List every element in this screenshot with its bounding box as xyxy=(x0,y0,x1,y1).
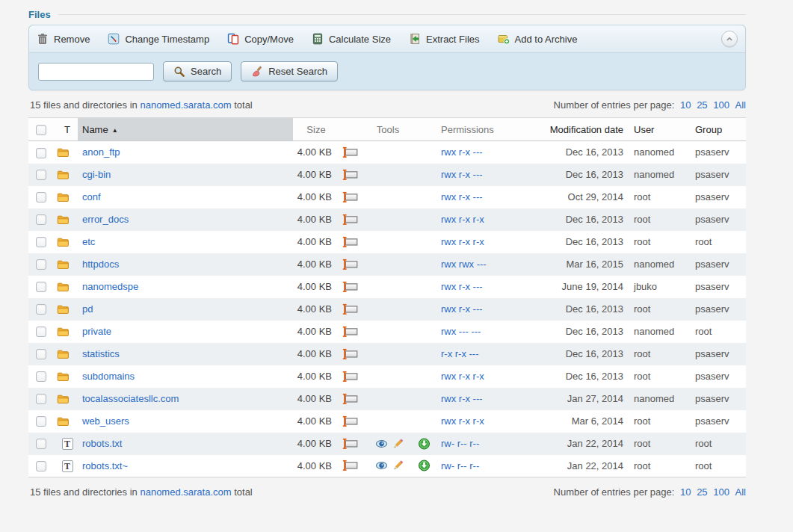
row-checkbox[interactable] xyxy=(36,170,46,180)
file-name-link[interactable]: web_users xyxy=(82,415,129,427)
pencil-icon[interactable] xyxy=(392,460,404,471)
remove-button[interactable]: Remove xyxy=(37,33,90,45)
permissions-link[interactable]: rwx r-x r-x xyxy=(441,214,484,225)
eye-icon[interactable] xyxy=(375,460,388,471)
domain-link[interactable]: nanomed.sarata.com xyxy=(140,486,231,498)
rename-icon[interactable] xyxy=(342,191,357,203)
file-name-link[interactable]: etc xyxy=(82,236,95,247)
extract-files-button[interactable]: Extract Files xyxy=(409,33,480,45)
file-name-link[interactable]: nanomedspe xyxy=(82,281,138,292)
file-name-link[interactable]: robots.txt~ xyxy=(82,460,128,471)
file-name-link[interactable]: anon_ftp xyxy=(82,146,120,158)
column-header-user[interactable]: User xyxy=(628,118,685,141)
per-page-option-all[interactable]: All xyxy=(735,99,746,111)
file-name-link[interactable]: conf xyxy=(82,191,101,202)
file-name-link[interactable]: robots.txt xyxy=(82,438,122,449)
file-name-link[interactable]: httpdocs xyxy=(82,259,119,270)
row-checkbox[interactable] xyxy=(36,282,46,292)
file-name-link[interactable]: statistics xyxy=(82,348,120,359)
rename-icon[interactable] xyxy=(342,214,357,226)
per-page-option-100[interactable]: 100 xyxy=(713,99,729,111)
per-page-option-10[interactable]: 10 xyxy=(680,486,691,498)
rename-icon[interactable] xyxy=(342,259,357,270)
file-name-link[interactable]: private xyxy=(82,326,111,337)
file-name-link[interactable]: cgi-bin xyxy=(82,169,111,180)
permissions-link[interactable]: r-x r-x --- xyxy=(441,348,479,359)
permissions-link[interactable]: rwx r-x r-x xyxy=(441,236,484,247)
per-page-option-25[interactable]: 25 xyxy=(697,99,707,111)
rename-icon[interactable] xyxy=(342,348,357,360)
table-row: Trobots.txt4.00 KBrw- r-- r--Jan 22, 201… xyxy=(28,433,746,455)
permissions-link[interactable]: rwx r-x --- xyxy=(441,393,483,404)
row-checkbox[interactable] xyxy=(36,214,46,225)
row-checkbox[interactable] xyxy=(36,148,46,158)
rename-icon[interactable] xyxy=(342,393,357,405)
file-user: nanomed xyxy=(628,253,685,276)
rename-icon[interactable] xyxy=(342,438,357,450)
file-user: nanomed xyxy=(628,388,685,410)
domain-link[interactable]: nanomed.sarata.com xyxy=(140,99,231,111)
file-name-link[interactable]: subdomains xyxy=(82,371,135,382)
file-name-link[interactable]: error_docs xyxy=(82,214,129,225)
permissions-link[interactable]: rwx r-x --- xyxy=(441,146,483,158)
search-button[interactable]: Search xyxy=(163,61,232,81)
row-checkbox[interactable] xyxy=(36,416,46,427)
title-divider xyxy=(58,14,746,15)
rename-icon[interactable] xyxy=(342,303,357,315)
row-checkbox[interactable] xyxy=(36,461,46,471)
file-name-link[interactable]: tocalassociatesllc.com xyxy=(82,393,179,404)
row-checkbox[interactable] xyxy=(36,237,46,247)
per-page-option-25[interactable]: 25 xyxy=(697,486,707,498)
rename-icon[interactable] xyxy=(342,281,357,293)
copy-move-button[interactable]: Copy/Move xyxy=(227,33,294,45)
collapse-toolbar-button[interactable] xyxy=(721,31,738,47)
calculate-size-button[interactable]: Calculate Size xyxy=(312,33,391,45)
row-checkbox[interactable] xyxy=(36,327,46,337)
rename-icon[interactable] xyxy=(342,236,357,248)
download-icon[interactable] xyxy=(418,460,431,471)
permissions-link[interactable]: rwx r-x --- xyxy=(441,281,483,292)
rename-icon[interactable] xyxy=(342,371,357,383)
brush-icon xyxy=(251,66,263,78)
row-checkbox[interactable] xyxy=(36,439,46,449)
per-page-option-10[interactable]: 10 xyxy=(680,99,691,111)
file-name-link[interactable]: pd xyxy=(82,303,93,315)
column-header-group[interactable]: Group xyxy=(685,118,746,141)
rename-icon[interactable] xyxy=(342,460,357,471)
column-header-modification-date[interactable]: Modification date xyxy=(517,118,628,141)
table-row: statistics4.00 KBr-x r-x ---Dec 16, 2013… xyxy=(28,343,746,365)
permissions-link[interactable]: rwx rwx --- xyxy=(441,259,487,270)
permissions-link[interactable]: rw- r-- r-- xyxy=(441,460,479,471)
rename-icon[interactable] xyxy=(342,146,357,158)
remove-button-label: Remove xyxy=(54,34,90,45)
permissions-link[interactable]: rwx --- --- xyxy=(441,326,481,337)
select-all-checkbox[interactable] xyxy=(36,125,46,135)
folder-icon xyxy=(57,393,78,405)
text-file-icon: T xyxy=(62,460,73,471)
add-to-archive-button[interactable]: Add to Archive xyxy=(498,33,578,45)
permissions-link[interactable]: rwx r-x --- xyxy=(441,169,483,180)
per-page-option-100[interactable]: 100 xyxy=(713,486,729,498)
per-page-option-all[interactable]: All xyxy=(735,486,746,498)
change-timestamp-button[interactable]: Change Timestamp xyxy=(108,33,209,45)
download-icon[interactable] xyxy=(418,438,431,450)
row-checkbox[interactable] xyxy=(36,304,46,315)
row-checkbox[interactable] xyxy=(36,394,46,404)
rename-icon[interactable] xyxy=(342,169,357,181)
eye-icon[interactable] xyxy=(375,438,388,450)
pencil-icon[interactable] xyxy=(392,438,404,450)
row-checkbox[interactable] xyxy=(36,371,46,382)
rename-icon[interactable] xyxy=(342,326,357,338)
row-checkbox[interactable] xyxy=(36,259,46,270)
search-input[interactable] xyxy=(38,63,154,81)
column-header-name[interactable]: Name▲ xyxy=(78,118,293,141)
permissions-link[interactable]: rwx r-x r-x xyxy=(441,371,484,382)
permissions-link[interactable]: rwx r-x --- xyxy=(441,303,483,315)
permissions-link[interactable]: rw- r-- r-- xyxy=(441,438,479,449)
row-checkbox[interactable] xyxy=(36,349,46,359)
permissions-link[interactable]: rwx r-x r-x xyxy=(441,415,484,427)
rename-icon[interactable] xyxy=(342,415,357,427)
row-checkbox[interactable] xyxy=(36,192,46,202)
permissions-link[interactable]: rwx r-x --- xyxy=(441,191,483,202)
reset-search-button[interactable]: Reset Search xyxy=(241,61,338,81)
